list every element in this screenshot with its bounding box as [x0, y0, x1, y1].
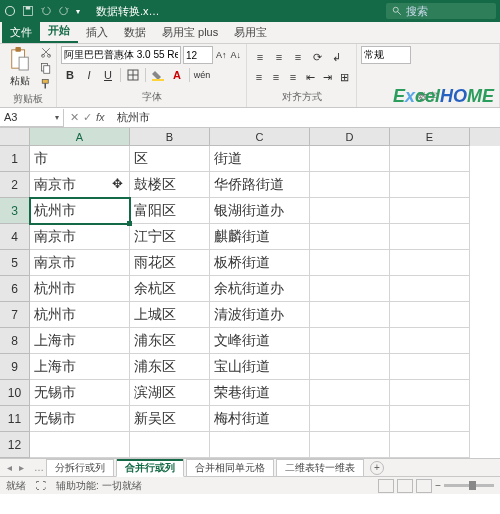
align-bottom-icon[interactable]: ≡	[289, 48, 307, 66]
cell[interactable]: 区	[130, 146, 210, 172]
tab-file[interactable]: 文件	[2, 21, 40, 43]
cell[interactable]: 无锡市	[30, 406, 130, 432]
formula-value[interactable]: 杭州市	[111, 110, 156, 125]
cell[interactable]: 市	[30, 146, 130, 172]
sheet-nav[interactable]: ◂▸	[4, 462, 26, 473]
tab-yyb[interactable]: 易用宝	[226, 22, 275, 43]
fill-color-icon[interactable]	[149, 66, 167, 84]
sheet-tab-split[interactable]: 分拆行或列	[46, 459, 114, 476]
tab-insert[interactable]: 插入	[78, 22, 116, 43]
sheet-tab-merge-same[interactable]: 合并相同单元格	[186, 459, 274, 476]
sheet-tab-merge[interactable]: 合并行或列	[116, 459, 184, 477]
cell[interactable]: 浦东区	[130, 354, 210, 380]
font-color-icon[interactable]: A	[168, 66, 186, 84]
cell[interactable]	[310, 302, 390, 328]
autosave-icon[interactable]	[4, 5, 16, 17]
wrap-text-icon[interactable]: ↲	[327, 48, 345, 66]
cell[interactable]	[390, 302, 470, 328]
cell[interactable]	[390, 328, 470, 354]
phonetic-icon[interactable]: wén	[193, 66, 211, 84]
cell[interactable]: 南京市	[30, 250, 130, 276]
cell[interactable]: 梅村街道	[210, 406, 310, 432]
redo-icon[interactable]	[58, 5, 70, 17]
cell[interactable]: 鼓楼区	[130, 172, 210, 198]
sheet-tab-pivot[interactable]: 二维表转一维表	[276, 459, 364, 476]
number-format-select[interactable]	[361, 46, 411, 64]
col-header-C[interactable]: C	[210, 128, 310, 146]
cell[interactable]	[310, 276, 390, 302]
enter-formula-icon[interactable]: ✓	[83, 111, 92, 124]
fx-icon[interactable]: fx	[96, 111, 105, 124]
cell[interactable]	[390, 198, 470, 224]
view-pagebreak-icon[interactable]	[416, 479, 432, 493]
cell[interactable]: 富阳区	[130, 198, 210, 224]
cell[interactable]: 南京市	[30, 224, 130, 250]
cell[interactable]: 雨花区	[130, 250, 210, 276]
cell[interactable]	[310, 224, 390, 250]
accessibility-icon[interactable]: ⛶	[36, 480, 46, 491]
row-header[interactable]: 8	[0, 328, 30, 354]
name-box[interactable]: A3 ▾	[0, 109, 64, 127]
add-sheet-button[interactable]: +	[370, 461, 384, 475]
cell[interactable]: 余杭街道办	[210, 276, 310, 302]
zoom-out-icon[interactable]: −	[435, 480, 441, 491]
cell[interactable]	[390, 354, 470, 380]
cell[interactable]	[390, 406, 470, 432]
borders-icon[interactable]	[124, 66, 142, 84]
cell[interactable]: 新吴区	[130, 406, 210, 432]
bold-button[interactable]: B	[61, 66, 79, 84]
cell[interactable]	[390, 250, 470, 276]
cell[interactable]: 南京市✥	[30, 172, 130, 198]
cell[interactable]: 余杭区	[130, 276, 210, 302]
save-icon[interactable]	[22, 5, 34, 17]
cell[interactable]: 浦东区	[130, 328, 210, 354]
tab-home[interactable]: 开始	[40, 20, 78, 43]
cell[interactable]	[310, 146, 390, 172]
underline-button[interactable]: U	[99, 66, 117, 84]
cell[interactable]	[390, 146, 470, 172]
cell[interactable]	[390, 224, 470, 250]
row-header[interactable]: 11	[0, 406, 30, 432]
cancel-formula-icon[interactable]: ✕	[70, 111, 79, 124]
shrink-font-icon[interactable]: A↓	[230, 46, 243, 64]
orientation-icon[interactable]: ⟳	[308, 48, 326, 66]
col-header-A[interactable]: A	[30, 128, 130, 146]
cell[interactable]	[310, 432, 390, 458]
row-header[interactable]: 1	[0, 146, 30, 172]
cell[interactable]	[210, 432, 310, 458]
format-painter-icon[interactable]	[40, 78, 52, 92]
col-header-D[interactable]: D	[310, 128, 390, 146]
cell[interactable]: 荣巷街道	[210, 380, 310, 406]
cell[interactable]: 上海市	[30, 354, 130, 380]
cell[interactable]: 杭州市	[30, 198, 130, 224]
font-size-select[interactable]	[183, 46, 213, 64]
cell[interactable]: 华侨路街道	[210, 172, 310, 198]
view-normal-icon[interactable]	[378, 479, 394, 493]
col-header-B[interactable]: B	[130, 128, 210, 146]
cell[interactable]: 麒麟街道	[210, 224, 310, 250]
cell[interactable]: 杭州市	[30, 276, 130, 302]
row-header[interactable]: 3	[0, 198, 30, 224]
align-right-icon[interactable]: ≡	[285, 68, 301, 86]
row-header[interactable]: 5	[0, 250, 30, 276]
align-top-icon[interactable]: ≡	[251, 48, 269, 66]
zoom-slider[interactable]	[444, 484, 494, 487]
indent-increase-icon[interactable]: ⇥	[319, 68, 335, 86]
row-header[interactable]: 7	[0, 302, 30, 328]
tab-yyb-plus[interactable]: 易用宝 plus	[154, 22, 226, 43]
align-left-icon[interactable]: ≡	[251, 68, 267, 86]
qat-dropdown-icon[interactable]: ▾	[76, 7, 80, 16]
select-all-corner[interactable]	[0, 128, 30, 146]
cell[interactable]: 宝山街道	[210, 354, 310, 380]
row-header[interactable]: 4	[0, 224, 30, 250]
indent-decrease-icon[interactable]: ⇤	[302, 68, 318, 86]
cell[interactable]: 板桥街道	[210, 250, 310, 276]
align-center-icon[interactable]: ≡	[268, 68, 284, 86]
cell[interactable]: 银湖街道办	[210, 198, 310, 224]
font-name-select[interactable]	[61, 46, 181, 64]
copy-icon[interactable]	[40, 62, 52, 76]
row-header[interactable]: 2	[0, 172, 30, 198]
cell[interactable]	[390, 276, 470, 302]
col-header-E[interactable]: E	[390, 128, 470, 146]
cell[interactable]	[310, 198, 390, 224]
